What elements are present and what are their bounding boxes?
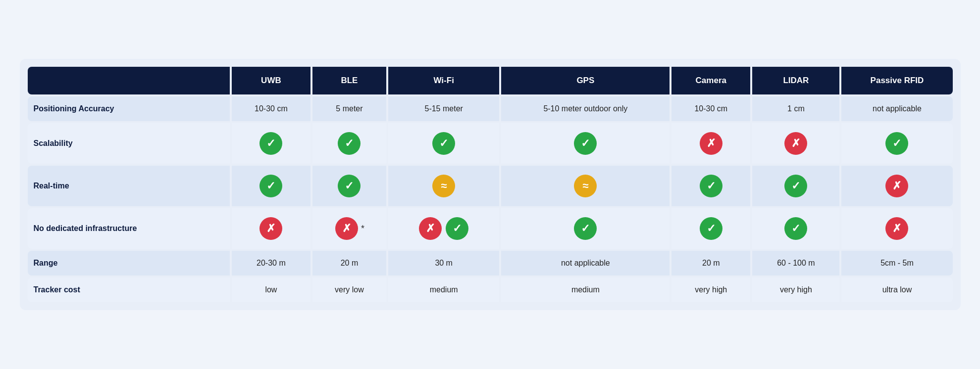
cell-5-3: medium [501, 277, 670, 302]
row-label-2: Real-time [28, 166, 230, 206]
cell-1-6: ✓ [841, 123, 952, 164]
cell-3-3: ✓ [501, 208, 670, 249]
icon-green-2-5: ✓ [784, 175, 807, 197]
icon-green-2-4: ✓ [700, 175, 722, 197]
cell-1-1: ✓ [312, 123, 386, 164]
row-label-5: Tracker cost [28, 277, 230, 302]
cell-1-4: ✗ [671, 123, 750, 164]
cell-0-5: 1 cm [752, 96, 839, 121]
cell-2-5: ✓ [752, 166, 839, 206]
cell-0-4: 10-30 cm [671, 96, 750, 121]
row-label-3: No dedicated infrastructure [28, 208, 230, 249]
table-row-3: No dedicated infrastructure✗✗*✗✓✓✓✓✗ [28, 208, 953, 249]
table-row-5: Tracker costlowvery lowmediummediumvery … [28, 277, 953, 302]
cell-1-2: ✓ [388, 123, 499, 164]
cell-5-5: very high [752, 277, 839, 302]
icon-green-1-0: ✓ [259, 132, 282, 155]
comparison-table: UWBBLEWi-FiGPSCameraLIDARPassive RFID Po… [26, 65, 955, 304]
table-row-2: Real-time✓✓≈≈✓✓✗ [28, 166, 953, 206]
icon-green-2-0: ✓ [259, 175, 282, 197]
cell-2-6: ✗ [841, 166, 952, 206]
cell-2-1: ✓ [312, 166, 386, 206]
cell-5-1: very low [312, 277, 386, 302]
icon-green-1-3: ✓ [574, 132, 597, 155]
icon-double-3-2-1: ✓ [446, 217, 468, 240]
icon-red-3-6: ✗ [885, 217, 908, 240]
icon-green-2-1: ✓ [338, 175, 361, 197]
icon-red-2-6: ✗ [885, 175, 908, 197]
icon-green-1-2: ✓ [432, 132, 455, 155]
table-header: UWBBLEWi-FiGPSCameraLIDARPassive RFID [28, 67, 953, 94]
cell-0-3: 5-10 meter outdoor only [501, 96, 670, 121]
cell-0-6: not applicable [841, 96, 952, 121]
cell-1-5: ✗ [752, 123, 839, 164]
cell-4-4: 20 m [671, 251, 750, 276]
icon-red-1-5: ✗ [784, 132, 807, 155]
icon-red-3-0: ✗ [259, 217, 282, 240]
row-label-4: Range [28, 251, 230, 276]
cell-3-4: ✓ [671, 208, 750, 249]
icon-green-1-1: ✓ [338, 132, 361, 155]
icon-green-3-3: ✓ [574, 217, 597, 240]
cell-5-6: ultra low [841, 277, 952, 302]
cell-0-2: 5-15 meter [388, 96, 499, 121]
cell-0-1: 5 meter [312, 96, 386, 121]
header-col-1: UWB [232, 67, 310, 94]
icon-red-1-4: ✗ [700, 132, 722, 155]
row-label-0: Positioning Accuracy [28, 96, 230, 121]
header-col-4: GPS [501, 67, 670, 94]
table-row-4: Range20-30 m20 m30 mnot applicable20 m60… [28, 251, 953, 276]
cell-3-0: ✗ [232, 208, 310, 249]
cell-1-0: ✓ [232, 123, 310, 164]
header-col-6: LIDAR [752, 67, 839, 94]
icon-green-3-4: ✓ [700, 217, 722, 240]
cell-3-6: ✗ [841, 208, 952, 249]
cell-3-1: ✗* [312, 208, 386, 249]
header-col-0 [28, 67, 230, 94]
cell-4-5: 60 - 100 m [752, 251, 839, 276]
asterisk-3-1: * [361, 224, 364, 234]
cell-4-1: 20 m [312, 251, 386, 276]
table-row-1: Scalability✓✓✓✓✗✗✓ [28, 123, 953, 164]
cell-5-0: low [232, 277, 310, 302]
icon-green-1-6: ✓ [885, 132, 908, 155]
header-col-2: BLE [312, 67, 386, 94]
cell-1-3: ✓ [501, 123, 670, 164]
cell-2-4: ✓ [671, 166, 750, 206]
table-body: Positioning Accuracy10-30 cm5 meter5-15 … [28, 96, 953, 302]
icon-asterisk-3-1: ✗ [335, 217, 358, 240]
icon-green-3-5: ✓ [784, 217, 807, 240]
table-row-0: Positioning Accuracy10-30 cm5 meter5-15 … [28, 96, 953, 121]
cell-2-0: ✓ [232, 166, 310, 206]
cell-4-6: 5cm - 5m [841, 251, 952, 276]
header-col-7: Passive RFID [841, 67, 952, 94]
cell-3-5: ✓ [752, 208, 839, 249]
icon-orange-2-3: ≈ [574, 175, 597, 197]
cell-4-3: not applicable [501, 251, 670, 276]
cell-4-0: 20-30 m [232, 251, 310, 276]
cell-5-2: medium [388, 277, 499, 302]
cell-2-2: ≈ [388, 166, 499, 206]
cell-4-2: 30 m [388, 251, 499, 276]
row-label-1: Scalability [28, 123, 230, 164]
cell-2-3: ≈ [501, 166, 670, 206]
icon-orange-2-2: ≈ [432, 175, 455, 197]
cell-5-4: very high [671, 277, 750, 302]
comparison-table-wrapper: UWBBLEWi-FiGPSCameraLIDARPassive RFID Po… [20, 59, 961, 310]
cell-3-2: ✗✓ [388, 208, 499, 249]
header-col-5: Camera [671, 67, 750, 94]
cell-0-0: 10-30 cm [232, 96, 310, 121]
header-col-3: Wi-Fi [388, 67, 499, 94]
icon-double-3-2-0: ✗ [419, 217, 442, 240]
